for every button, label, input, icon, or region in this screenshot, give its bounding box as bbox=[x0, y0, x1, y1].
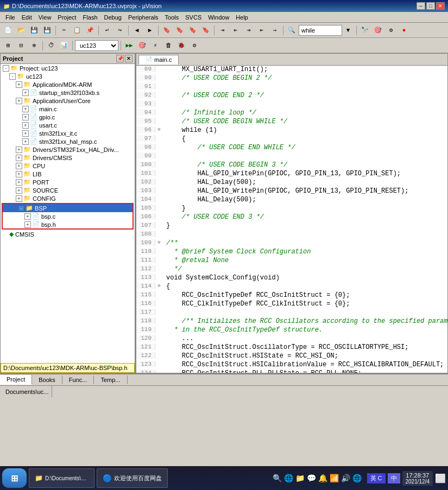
expand-icon[interactable]: + bbox=[16, 195, 22, 202]
line-code[interactable]: /* USER CODE END 2 */ bbox=[163, 92, 447, 99]
menu-item-help[interactable]: Help bbox=[232, 13, 251, 22]
menu-item-view[interactable]: View bbox=[35, 13, 55, 22]
network-icon[interactable]: 🌐 bbox=[284, 474, 293, 482]
line-code[interactable]: */ bbox=[163, 265, 447, 273]
line-code[interactable]: } bbox=[163, 205, 447, 212]
search-taskbar-icon[interactable]: 🔍 bbox=[273, 474, 282, 482]
line-code[interactable]: /** bbox=[163, 239, 447, 247]
paste-button[interactable]: 📌 bbox=[84, 24, 96, 36]
tb2-btn4[interactable]: ⏱ bbox=[45, 40, 57, 52]
globe-icon[interactable]: 🌐 bbox=[352, 474, 362, 482]
line-code[interactable]: /* USER CODE END 3 */ bbox=[163, 213, 447, 221]
expand-icon[interactable]: + bbox=[16, 163, 22, 169]
expand-icon[interactable]: + bbox=[16, 81, 22, 88]
tb2-run-btn[interactable]: ▶▶ bbox=[123, 40, 135, 52]
notification-icon[interactable]: 🔔 bbox=[318, 474, 327, 482]
undo-button[interactable]: ↩ bbox=[101, 24, 113, 36]
tree-item-bsp-c[interactable]: + 📄 bsp.c bbox=[3, 212, 132, 220]
menu-item-project[interactable]: Project bbox=[54, 13, 79, 22]
expand-icon[interactable]: + bbox=[22, 122, 29, 129]
menu-item-tools[interactable]: Tools bbox=[162, 13, 182, 22]
close-panel-button[interactable]: ✕ bbox=[125, 55, 132, 62]
line-code[interactable]: HAL_Delay(500); bbox=[163, 196, 447, 203]
line-code[interactable]: RCC_OscInitStruct.HSIState = RCC_HSI_ON; bbox=[163, 352, 447, 360]
bookmark3-button[interactable]: 🔖 bbox=[187, 24, 199, 36]
expand-icon[interactable]: + bbox=[24, 221, 31, 228]
tree-item-port[interactable]: + 📁 PORT bbox=[1, 178, 135, 186]
tree-item-lib[interactable]: + 📁 LIB bbox=[1, 170, 135, 178]
line-code[interactable]: /* USER CODE BEGIN WHILE */ bbox=[163, 118, 447, 125]
code-tab-main-c[interactable]: 📄 main.c bbox=[138, 55, 179, 65]
tree-item-source[interactable]: + 📁 SOURCE bbox=[1, 186, 135, 194]
line-code[interactable]: RCC_ClkInitTypeDef RCC_ClkInitStruct = {… bbox=[163, 300, 447, 308]
target-btn[interactable]: 🎯 bbox=[372, 24, 384, 36]
line-code[interactable]: * in the RCC_OscInitTypeDef structure. bbox=[163, 326, 447, 334]
line-code[interactable]: RCC_OscInitTypeDef RCC_OscInitStruct = {… bbox=[163, 291, 447, 299]
tree-item-root[interactable]: - 📁 Project: uc123 bbox=[1, 64, 135, 72]
line-code[interactable]: HAL_Delay(500); bbox=[163, 179, 447, 186]
line-code[interactable]: { bbox=[163, 283, 447, 290]
menu-item-flash[interactable]: Flash bbox=[80, 13, 101, 22]
project-dropdown[interactable]: uc123 bbox=[75, 40, 118, 51]
line-code[interactable]: RCC_OscInitStruct.PLL.PLLState = RCC_PLL… bbox=[163, 370, 447, 373]
start-button[interactable]: ⊞ bbox=[2, 468, 27, 488]
line-code[interactable]: ... bbox=[163, 335, 447, 342]
tree-item-app-mdk[interactable]: + 📁 Application/MDK-ARM bbox=[1, 80, 135, 88]
tree-item-startup[interactable]: + 📄 startup_stm32f103xb.s bbox=[1, 88, 135, 97]
indent3-button[interactable]: ⇥ bbox=[243, 24, 255, 36]
tree-item-main-c[interactable]: + 📄 main.c bbox=[1, 105, 135, 113]
tab-temp[interactable]: Temp... bbox=[94, 376, 127, 384]
tab-project[interactable]: Project bbox=[0, 375, 32, 385]
line-code[interactable]: } bbox=[163, 222, 447, 230]
indent4-button[interactable]: ⇤ bbox=[256, 24, 268, 36]
tb2-erase-btn[interactable]: 🗑 bbox=[162, 40, 174, 52]
expand-icon[interactable]: + bbox=[22, 138, 29, 145]
line-code[interactable]: RCC_OscInitStruct.HSICalibrationValue = … bbox=[163, 361, 447, 368]
tb2-options-btn[interactable]: ⚙ bbox=[188, 40, 200, 52]
open-button[interactable]: 📂 bbox=[15, 24, 27, 36]
expand-icon[interactable]: + bbox=[16, 147, 22, 153]
expand-icon[interactable]: + bbox=[22, 114, 29, 120]
expand-icon[interactable]: + bbox=[22, 130, 29, 137]
taskbar-app-baidu[interactable]: 🔵 欢迎使用百度网盘 bbox=[97, 468, 168, 488]
expand-icon[interactable]: + bbox=[16, 155, 22, 161]
line-code[interactable]: /* USER CODE BEGIN 3 */ bbox=[163, 161, 447, 169]
maximize-button[interactable]: □ bbox=[426, 2, 435, 10]
line-code[interactable]: MX_USART1_UART_Init(); bbox=[163, 66, 447, 73]
menu-item-edit[interactable]: Edit bbox=[18, 13, 35, 22]
taskbar-app-uvision[interactable]: 📁 D:\Documents\uc... bbox=[29, 468, 94, 488]
expand-icon[interactable]: + bbox=[16, 171, 22, 177]
menu-item-window[interactable]: Window bbox=[205, 13, 232, 22]
expand-icon[interactable]: + bbox=[24, 213, 31, 220]
line-code[interactable]: while (1) bbox=[163, 126, 447, 134]
code-editor[interactable]: 89 MX_USART1_UART_Init();90 /* USER CODE… bbox=[136, 66, 447, 373]
line-code[interactable]: { bbox=[163, 135, 447, 143]
close-button[interactable]: ✕ bbox=[436, 2, 445, 10]
copy-button[interactable]: 📋 bbox=[71, 24, 83, 36]
line-code[interactable]: /* Infinite loop */ bbox=[163, 109, 447, 117]
show-desktop-button[interactable]: ⬜ bbox=[435, 473, 446, 483]
error-btn[interactable]: ● bbox=[398, 24, 410, 36]
line-code[interactable]: * @brief System Clock Configuration bbox=[163, 248, 447, 256]
forward-button[interactable]: ▶ bbox=[144, 24, 156, 36]
tree-item-gpio-c[interactable]: + 📄 gpio.c bbox=[1, 113, 135, 121]
search-dropdown-btn[interactable]: ▼ bbox=[342, 24, 354, 36]
wifi-icon[interactable]: 📶 bbox=[330, 474, 339, 482]
tb2-debug-btn[interactable]: 🐞 bbox=[175, 40, 187, 52]
tree-item-config[interactable]: + 📁 CONFIG bbox=[1, 194, 135, 202]
line-code[interactable]: * @retval None bbox=[163, 257, 447, 264]
indent2-button[interactable]: ⇤ bbox=[230, 24, 242, 36]
line-code[interactable]: HAL_GPIO_WritePin(GPIOC, GPIO_PIN_13, GP… bbox=[163, 170, 447, 177]
menu-item-debug[interactable]: Debug bbox=[101, 13, 125, 22]
tab-func[interactable]: Func... bbox=[62, 376, 94, 384]
tree-item-stm32-it[interactable]: + 📄 stm32f1xx_it.c bbox=[1, 129, 135, 137]
indent5-button[interactable]: ⇒ bbox=[269, 24, 281, 36]
expand-icon[interactable]: + bbox=[22, 106, 29, 112]
line-code[interactable]: void SystemClock_Config(void) bbox=[163, 274, 447, 282]
tree-item-usart-c[interactable]: + 📄 usart.c bbox=[1, 121, 135, 129]
cut-button[interactable]: ✂ bbox=[58, 24, 70, 36]
redo-button[interactable]: ↪ bbox=[114, 24, 126, 36]
search-input[interactable] bbox=[299, 25, 342, 36]
chat-icon[interactable]: 💬 bbox=[307, 474, 316, 482]
clock[interactable]: 17:28:37 2021/12/4 bbox=[402, 471, 433, 486]
